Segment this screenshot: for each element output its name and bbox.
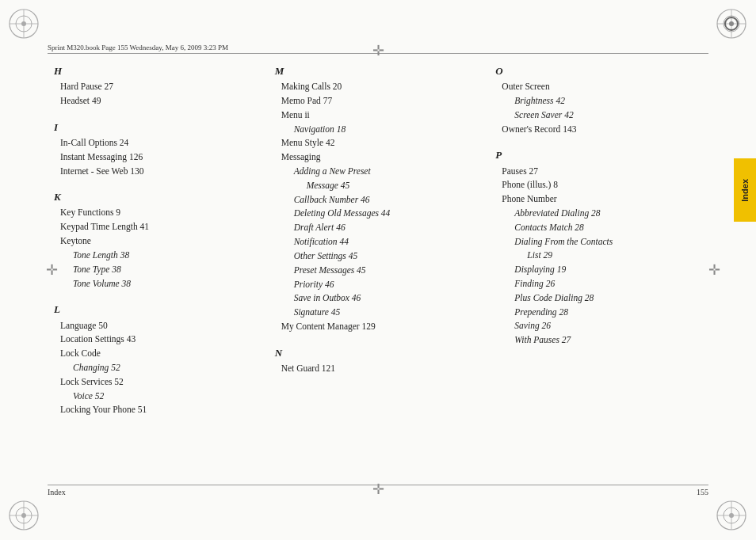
entry-displaying: Displaying 19 [495,263,708,277]
crosshair-top: ✛ [372,44,384,58]
column-1: H Hard Pause 27 Headset 49 I In-Call Opt… [54,57,275,485]
entry-saving: Saving 26 [495,319,708,333]
entry-list: List 29 [495,249,708,263]
svg-point-15 [21,513,26,518]
entry-hard-pause: Hard Pause 27 [54,80,267,94]
entry-messaging: Messaging [275,150,488,165]
entry-language: Language 50 [54,319,267,333]
entry-notification: Notification 44 [275,235,488,249]
entry-deleting-old-messages: Deleting Old Messages 44 [275,207,488,221]
svg-point-20 [729,513,734,518]
entry-finding: Finding 26 [495,277,708,291]
entry-lock-code: Lock Code [54,347,267,361]
footer-right: 155 [697,488,708,496]
entry-location-settings: Location Settings 43 [54,333,267,347]
entry-message: Message 45 [275,179,488,193]
entry-draft-alert: Draft Alert 46 [275,221,488,235]
entry-callback-number: Callback Number 46 [275,193,488,207]
entry-plus-code-dialing: Plus Code Dialing 28 [495,291,708,306]
entry-owners-record: Owner's Record 143 [495,123,708,137]
entry-brightness: Brightness 42 [495,94,708,108]
entry-voice: Voice 52 [54,390,267,404]
entry-keytone: Keytone [54,234,267,249]
entry-abbreviated-dialing: Abbreviated Dialing 28 [495,207,708,221]
entry-keypad-time: Keypad Time Length 41 [54,220,267,234]
entry-dialing-from-contacts: Dialing From the Contacts [495,235,708,249]
letter-H: H [54,63,267,79]
entry-locking-your-phone: Locking Your Phone 51 [54,403,267,417]
column-2: M Making Calls 20 Memo Pad 77 Menu ii Na… [275,57,496,485]
letter-N: N [275,345,488,361]
entry-priority: Priority 46 [275,278,488,292]
entry-with-pauses: With Pauses 27 [495,333,708,348]
entry-tone-length: Tone Length 38 [54,249,267,263]
letter-L: L [54,302,267,318]
column-3: O Outer Screen Brightness 42 Screen Save… [495,57,716,485]
entry-menu: Menu ii [275,108,488,123]
entry-memo-pad: Memo Pad 77 [275,94,488,108]
entry-adding-new-preset: Adding a New Preset [275,165,488,179]
entry-contacts-match: Contacts Match 28 [495,221,708,235]
page: Sprint M320.book Page 155 Wednesday, May… [0,0,756,540]
content-area: H Hard Pause 27 Headset 49 I In-Call Opt… [54,57,716,485]
entry-signature: Signature 45 [275,306,488,320]
letter-O: O [495,63,708,79]
entry-key-functions: Key Functions 9 [54,206,267,220]
entry-pauses: Pauses 27 [495,165,708,179]
letter-P: P [495,147,708,163]
entry-save-in-outbox: Save in Outbox 46 [275,291,488,306]
corner-decoration-bl [6,498,42,534]
entry-my-content-manager: My Content Manager 129 [275,320,488,334]
entry-making-calls: Making Calls 20 [275,80,488,94]
svg-point-4 [21,21,26,26]
entry-prepending: Prepending 28 [495,306,708,320]
entry-navigation: Navigation 18 [275,123,488,137]
header-text: Sprint M320.book Page 155 Wednesday, May… [48,44,228,51]
footer-bar: Index 155 [48,485,708,496]
entry-other-settings: Other Settings 45 [275,249,488,264]
letter-I: I [54,120,267,135]
entry-outer-screen: Outer Screen [495,80,708,94]
entry-instant-messaging: Instant Messaging 126 [54,150,267,165]
entry-tone-volume: Tone Volume 38 [54,277,267,291]
svg-point-9 [729,21,734,26]
entry-phone-illus: Phone (illus.) 8 [495,178,708,192]
footer-left: Index [48,488,66,496]
entry-in-call-options: In-Call Options 24 [54,136,267,150]
entry-net-guard: Net Guard 121 [275,362,488,376]
entry-tone-type: Tone Type 38 [54,263,267,277]
index-tab: Index [734,158,756,222]
entry-preset-messages: Preset Messages 45 [275,264,488,278]
corner-decoration-br [714,498,750,534]
corner-decoration-tl [6,6,42,42]
entry-changing: Changing 52 [54,361,267,375]
entry-screen-saver: Screen Saver 42 [495,108,708,123]
entry-menu-style: Menu Style 42 [275,136,488,150]
index-tab-label: Index [740,179,750,202]
entry-phone-number: Phone Number [495,192,708,207]
corner-decoration-tr [714,6,750,42]
entry-internet: Internet - See Web 130 [54,165,267,179]
entry-lock-services: Lock Services 52 [54,375,267,390]
entry-headset: Headset 49 [54,94,267,108]
letter-M: M [275,63,488,79]
letter-K: K [54,189,267,205]
